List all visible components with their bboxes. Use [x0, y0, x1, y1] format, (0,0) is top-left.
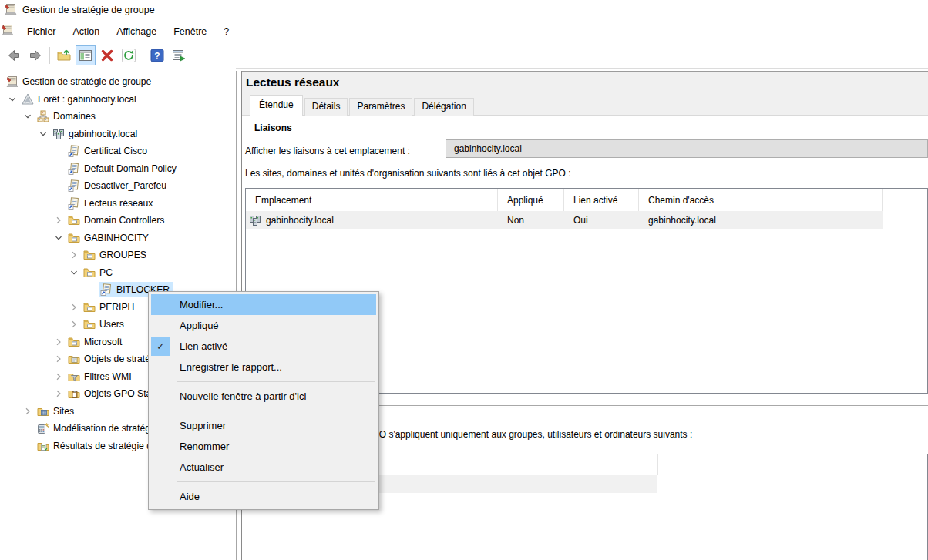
chevron-expanded-icon[interactable]	[6, 93, 18, 106]
parent-folder-icon[interactable]	[54, 45, 74, 65]
tree-item-gestion-de-strat-gie-de-groupe[interactable]: Gestion de stratégie de groupe	[0, 73, 151, 90]
tree-item-gabinhocity-local[interactable]: gabinhocity.local	[37, 126, 137, 143]
chevron-expanded-icon[interactable]	[68, 267, 80, 279]
tree-item-filtres-wmi[interactable]: Filtres WMI	[52, 368, 132, 385]
menu-separator	[177, 381, 375, 382]
gpo-link-icon	[68, 163, 80, 175]
column-header-appliqué[interactable]: Appliqué	[498, 189, 564, 211]
refresh-icon[interactable]	[119, 45, 139, 65]
context-menu-item-enregistrer-le-rapport[interactable]: Enregistrer le rapport...	[151, 357, 376, 377]
chevron-expanded-icon[interactable]	[52, 232, 65, 244]
gpo-container-icon	[68, 353, 80, 365]
gpo-title: Lecteus réseaux	[246, 75, 340, 89]
context-menu-item-aide[interactable]: Aide	[151, 486, 376, 507]
tree-item-gabinhocity[interactable]: GABINHOCITY	[52, 230, 149, 246]
menu-item-?[interactable]: ?	[215, 26, 237, 37]
context-menu-item-label: Supprimer	[180, 420, 226, 431]
gpo-link-icon	[68, 197, 80, 210]
tree-item-label: Certificat Cisco	[84, 146, 147, 156]
context-menu-item-renommer[interactable]: Renommer	[151, 436, 376, 457]
security-listview-column-divider	[657, 454, 658, 475]
tree-item-certificat-cisco[interactable]: Certificat Cisco	[52, 143, 147, 159]
context-menu-item-actualiser[interactable]: Actualiser	[151, 457, 376, 478]
results-icon	[37, 440, 49, 452]
console-window-icon	[2, 24, 14, 39]
gpo-link-icon	[68, 179, 80, 192]
show-window-icon[interactable]	[169, 45, 189, 65]
tree-item-lecteus-r-seaux[interactable]: Lecteus réseaux	[52, 195, 153, 212]
chevron-collapsed-icon[interactable]	[52, 387, 65, 400]
context-menu-item-label: Actualiser	[180, 461, 224, 473]
context-menu-item-nouvelle-fenêtre-partir-d-ici[interactable]: Nouvelle fenêtre à partir d'ici	[151, 386, 376, 407]
links-listview-header: EmplacementAppliquéLien activéChemin d'a…	[246, 189, 927, 211]
tab-étendue[interactable]: Étendue	[250, 95, 303, 116]
chevron-collapsed-icon[interactable]	[68, 318, 80, 330]
tab-délégation[interactable]: Délégation	[414, 98, 473, 116]
context-menu-item-lien-activé[interactable]: ✓Lien activé	[151, 336, 376, 357]
help-icon[interactable]: ?	[147, 45, 167, 65]
ou-icon	[68, 232, 80, 244]
context-menu-item-label: Modifier...	[180, 299, 223, 310]
menu-item-fentre[interactable]: Fenêtre	[165, 26, 215, 37]
menu-item-fichier[interactable]: Fichier	[18, 26, 65, 37]
tab-détails[interactable]: Détails	[304, 98, 348, 116]
menu-separator	[177, 481, 375, 482]
column-header-lien-activé[interactable]: Lien activé	[564, 189, 639, 211]
chevron-placeholder	[22, 440, 34, 452]
link-row-lien-active: Oui	[564, 215, 639, 226]
links-description: Les sites, domaines et unités d'organisa…	[245, 168, 571, 179]
tree-item-label: Users	[99, 319, 124, 330]
domains-icon	[37, 110, 49, 122]
menu-item-affichage[interactable]: Affichage	[108, 26, 165, 37]
tree-item-domaines[interactable]: Domaines	[22, 108, 96, 125]
tree-item-periph[interactable]: PERIPH	[68, 299, 134, 316]
link-row[interactable]: gabinhocity.localNonOuigabinhocity.local	[246, 211, 883, 229]
gpmc-window: Gestion de stratégie de groupe FichierAc…	[0, 0, 928, 560]
tree-item-for-t-gabinhocity-local[interactable]: Forêt : gabinhocity.local	[6, 91, 136, 108]
forward-icon[interactable]	[25, 45, 45, 65]
tree-item-pc[interactable]: PC	[68, 264, 113, 281]
tree-item-users[interactable]: Users	[68, 316, 124, 333]
forest-icon	[22, 93, 34, 106]
svg-text:?: ?	[154, 50, 160, 61]
tree-item-default-domain-policy[interactable]: Default Domain Policy	[52, 160, 177, 177]
console-tree-icon[interactable]	[76, 45, 96, 65]
chevron-collapsed-icon[interactable]	[52, 336, 65, 348]
tree-item-microsoft[interactable]: Microsoft	[52, 334, 122, 350]
chevron-collapsed-icon[interactable]	[52, 214, 65, 226]
chevron-expanded-icon[interactable]	[37, 128, 49, 140]
chevron-placeholder	[22, 422, 34, 434]
context-menu-item-label: Nouvelle fenêtre à partir d'ici	[180, 391, 306, 402]
back-icon[interactable]	[4, 45, 24, 65]
chevron-collapsed-icon[interactable]	[68, 249, 80, 261]
tree-item-desactiver-parefeu[interactable]: Desactiver_Parefeu	[52, 177, 166, 194]
starter-gpo-icon	[68, 387, 80, 400]
domain-icon	[52, 128, 65, 140]
delete-icon[interactable]	[97, 45, 117, 65]
chevron-collapsed-icon[interactable]	[68, 301, 80, 314]
title-bar: Gestion de stratégie de groupe	[0, 0, 928, 20]
column-header-emplacement[interactable]: Emplacement	[246, 189, 498, 211]
tab-paramètres[interactable]: Paramètres	[349, 98, 412, 116]
tree-item-groupes[interactable]: GROUPES	[68, 246, 146, 263]
tree-item-domain-controllers[interactable]: Domain Controllers	[52, 212, 164, 229]
context-menu-item-appliqué[interactable]: Appliqué	[151, 315, 376, 336]
column-header-chemin-d-accès[interactable]: Chemin d'accès	[639, 189, 883, 211]
toolbar: ?	[0, 42, 928, 69]
tree-item-label: Forêt : gabinhocity.local	[38, 94, 136, 105]
chevron-collapsed-icon[interactable]	[52, 371, 65, 383]
tree-item-sites[interactable]: Sites	[22, 403, 74, 420]
tree-item-label: Desactiver_Parefeu	[84, 180, 166, 191]
ou-icon	[68, 214, 80, 226]
chevron-expanded-icon[interactable]	[22, 110, 34, 122]
context-menu-item-supprimer[interactable]: Supprimer	[151, 415, 376, 436]
menu-item-action[interactable]: Action	[65, 26, 109, 37]
context-menu-item-modifier[interactable]: Modifier...	[151, 294, 376, 315]
chevron-placeholder	[52, 163, 65, 175]
chevron-collapsed-icon[interactable]	[52, 353, 65, 365]
menu-separator	[177, 411, 375, 411]
chevron-collapsed-icon[interactable]	[22, 405, 34, 417]
console-icon	[6, 75, 18, 88]
display-links-label: Afficher les liaisons à cet emplacement …	[245, 146, 410, 156]
location-combobox[interactable]: gabinhocity.local	[446, 139, 928, 158]
